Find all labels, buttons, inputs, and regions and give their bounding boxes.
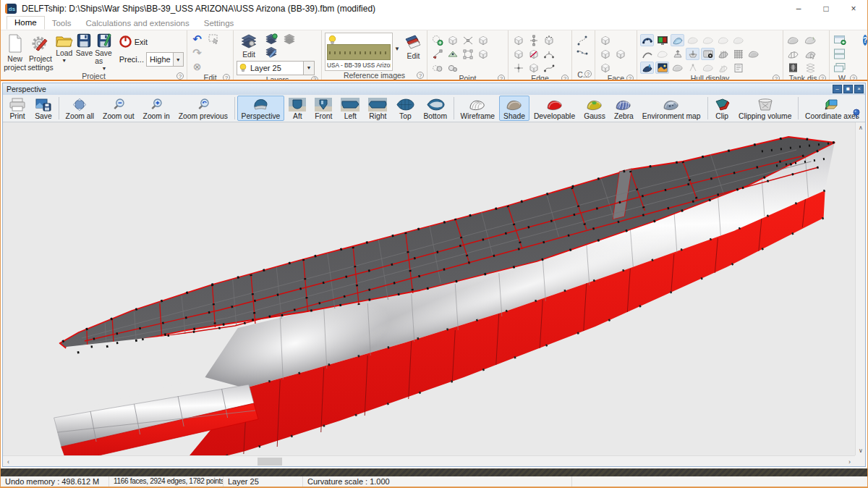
face-tool-button[interactable] (613, 48, 627, 60)
mode-developable-button[interactable]: Developable (529, 96, 579, 121)
hull-display-tool-button[interactable] (731, 48, 745, 60)
mode-zebra-button[interactable]: Zebra (610, 96, 638, 121)
help-icon[interactable]: ? (626, 75, 634, 81)
help-icon[interactable]: ? (417, 72, 424, 79)
hull-display-tool-button[interactable] (671, 48, 684, 60)
save-as-button[interactable]: Save as ▼ (95, 33, 114, 71)
load-button[interactable]: Load ▼ (55, 33, 74, 63)
edge-tool-button[interactable] (511, 48, 525, 60)
undo-button[interactable]: ↶ (190, 33, 204, 45)
window-tool-button[interactable] (833, 34, 846, 46)
view-perspective-button[interactable]: Perspective (237, 96, 285, 121)
panel-maximize-button[interactable]: ■ (843, 85, 853, 93)
save-view-button[interactable]: Save (30, 96, 56, 121)
zoom-in-button[interactable]: Zoom in (139, 96, 174, 121)
hull-display-tool-button[interactable] (640, 62, 654, 74)
load-dropdown-caret[interactable]: ▼ (61, 58, 67, 63)
help-icon[interactable]: ? (311, 76, 318, 81)
hull-display-tool-button[interactable] (716, 48, 730, 60)
hull-display-tool-button[interactable] (671, 34, 684, 46)
scroll-down-arrow[interactable]: ∨ (856, 445, 866, 455)
help-icon[interactable]: ? (773, 75, 780, 81)
tank-tool-button[interactable] (786, 34, 800, 46)
hull-display-tool-button[interactable] (640, 34, 654, 46)
scroll-right-arrow[interactable]: › (844, 456, 855, 467)
menu-calculations[interactable]: Calculations and extensions (79, 17, 197, 30)
view-top-button[interactable]: Top (391, 96, 419, 121)
minimize-button[interactable]: – (785, 0, 812, 17)
redo-button[interactable]: ↷ (190, 46, 204, 59)
zoom-out-button[interactable]: Zoom out (98, 96, 139, 121)
horizontal-scroll-thumb[interactable] (258, 458, 282, 466)
help-icon[interactable]: ? (498, 75, 505, 81)
view-front-button[interactable]: Front (310, 96, 336, 121)
layer-select[interactable]: Layer 25 ▼ (237, 61, 315, 75)
edge-tool-button[interactable] (542, 34, 556, 46)
hull-display-tool-button[interactable] (671, 62, 684, 74)
menu-home[interactable]: Home (7, 16, 45, 30)
edge-tool-button[interactable] (542, 62, 556, 74)
hull-display-tool-button[interactable] (746, 48, 760, 60)
select-tool-button[interactable] (207, 33, 221, 45)
edge-tool-button[interactable] (527, 62, 540, 74)
mode-shade-button[interactable]: Shade (499, 96, 529, 121)
panel-header[interactable]: Perspective – ■ × (3, 83, 865, 95)
edge-tool-button[interactable] (542, 48, 556, 60)
zoom-all-button[interactable]: Zoom all (61, 96, 98, 121)
point-tool-button[interactable] (430, 48, 444, 60)
scroll-up-arrow[interactable]: ∧ (856, 122, 866, 132)
face-tool-button[interactable] (598, 62, 612, 74)
clipping-volume-button[interactable]: Clipping volume (734, 96, 796, 121)
reference-image-thumbnail[interactable]: USA - BB-39 USS Arizon... (325, 33, 393, 71)
active-layer-button[interactable] (264, 46, 278, 58)
ribbon-help-button[interactable]: ? (863, 35, 867, 46)
tank-tool-button[interactable] (804, 48, 817, 60)
menu-tools[interactable]: Tools (45, 17, 79, 30)
window-tool-button[interactable] (833, 62, 846, 74)
mode-wireframe-button[interactable]: Wireframe (456, 96, 499, 121)
zoom-previous-button[interactable]: Zoom previous (174, 96, 232, 121)
precision-caret[interactable]: ▼ (173, 53, 183, 66)
edge-tool-button[interactable] (511, 34, 525, 46)
layer-select-caret[interactable]: ▼ (303, 62, 314, 75)
point-tool-button[interactable] (476, 48, 490, 60)
ship-model[interactable] (3, 122, 858, 457)
save-as-dropdown-caret[interactable]: ▼ (102, 66, 107, 71)
print-button[interactable]: Print (4, 96, 30, 121)
hull-display-tool-button[interactable] (655, 34, 669, 46)
hull-display-tool-button[interactable] (701, 48, 715, 60)
help-icon[interactable]: ? (819, 75, 826, 81)
point-tool-button[interactable] (430, 34, 444, 46)
edge-tool-button[interactable] (511, 62, 525, 74)
precision-select[interactable]: Highe ▼ (146, 52, 184, 67)
hull-display-tool-button[interactable] (686, 48, 699, 60)
maximize-button[interactable]: □ (812, 0, 840, 17)
hull-display-tool-button[interactable] (716, 34, 730, 46)
point-tool-button[interactable] (446, 48, 459, 60)
help-icon[interactable]: ? (223, 74, 230, 81)
hull-display-tool-button[interactable] (640, 48, 654, 60)
view-right-button[interactable]: Right (364, 96, 391, 121)
view-aft-button[interactable]: Aft (284, 96, 310, 121)
hull-display-tool-button[interactable] (686, 62, 699, 74)
point-tool-button[interactable] (430, 62, 444, 74)
3d-viewport[interactable]: ‹ › ∧ ∨ (3, 122, 865, 466)
edit-reference-button[interactable]: Edit (403, 33, 424, 61)
panel-close-button[interactable]: × (854, 85, 864, 93)
edge-tool-button[interactable] (527, 48, 540, 60)
tank-tool-button[interactable] (804, 62, 817, 74)
view-bottom-button[interactable]: Bottom (419, 96, 451, 121)
point-tool-button[interactable] (446, 34, 459, 46)
face-tool-button[interactable] (598, 48, 612, 60)
delete-button[interactable]: ⊗ (190, 60, 204, 72)
view-left-button[interactable]: Left (336, 96, 364, 121)
hull-display-tool-button[interactable] (716, 62, 730, 74)
tank-tool-button[interactable] (786, 48, 800, 60)
vertical-scrollbar[interactable]: ∧ ∨ (855, 122, 865, 455)
exit-button[interactable]: Exit (119, 35, 184, 48)
mode-environment-map-button[interactable]: Environment map (638, 96, 705, 121)
help-icon[interactable]: ? (850, 75, 857, 81)
clip-button[interactable]: Clip (710, 96, 734, 121)
point-tool-button[interactable] (461, 48, 475, 60)
reference-dropdown-caret[interactable]: ▼ (394, 46, 400, 52)
